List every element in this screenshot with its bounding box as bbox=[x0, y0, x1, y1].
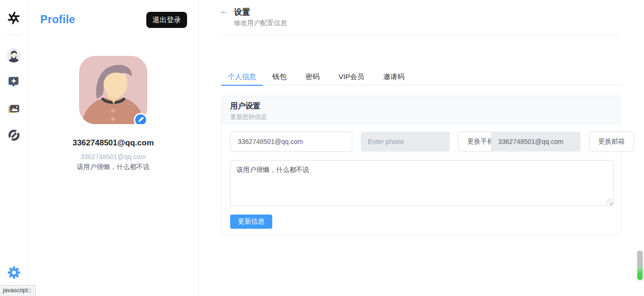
edit-pencil-icon bbox=[134, 114, 147, 124]
user-avatar[interactable] bbox=[79, 56, 147, 124]
profile-email-primary: 3362748501@qq.com bbox=[28, 138, 198, 148]
account-fields-row: 更换手机 更换邮箱 bbox=[222, 132, 621, 152]
icon-rail bbox=[0, 0, 28, 296]
tab-wallet[interactable]: 钱包 bbox=[263, 69, 296, 85]
header-divider bbox=[221, 35, 621, 35]
back-arrow-icon[interactable]: ← bbox=[220, 7, 228, 15]
sparkle-badge-icon[interactable] bbox=[6, 74, 21, 90]
card-title: 用户设置 bbox=[230, 101, 612, 111]
openai-logo-icon[interactable] bbox=[5, 9, 22, 27]
gallery-icon[interactable] bbox=[6, 101, 21, 116]
profile-bio: 该用户很懒，什么都不说 bbox=[28, 163, 198, 171]
bio-textarea[interactable]: 该用户很懒，什么都不说 bbox=[230, 160, 614, 206]
tab-password[interactable]: 密码 bbox=[296, 69, 329, 85]
compass-icon[interactable] bbox=[6, 127, 21, 143]
logout-button[interactable]: 退出登录 bbox=[146, 12, 187, 28]
email-input[interactable] bbox=[230, 132, 352, 152]
profile-panel: Profile 退出登录 bbox=[28, 0, 199, 296]
tab-personal-info[interactable]: 个人信息 bbox=[221, 69, 263, 85]
settings-tabs: 个人信息 钱包 密码 VIP会员 邀请码 bbox=[221, 69, 621, 85]
update-info-button[interactable]: 更新信息 bbox=[230, 215, 272, 229]
settings-title: 设置 bbox=[234, 7, 250, 18]
profile-email-secondary: 3362748501@qq.com bbox=[28, 153, 198, 161]
phone-input bbox=[361, 132, 450, 152]
app-root: Profile 退出登录 bbox=[0, 0, 644, 296]
settings-subtitle: 修改用户配置信息 bbox=[234, 19, 287, 27]
card-subtitle: 更新您的信息 bbox=[230, 113, 612, 121]
card-header: 用户设置 更新您的信息 bbox=[222, 96, 621, 124]
change-email-button[interactable]: 更换邮箱 bbox=[589, 132, 634, 152]
profile-title: Profile bbox=[40, 13, 75, 26]
status-link-preview: javascript:; bbox=[0, 285, 36, 296]
tab-vip[interactable]: VIP会员 bbox=[329, 69, 374, 85]
gear-icon[interactable] bbox=[6, 265, 21, 280]
tab-invite-code[interactable]: 邀请码 bbox=[374, 69, 414, 85]
user-settings-card: 用户设置 更新您的信息 更换手机 更换邮箱 该用户很懒，什么都不说 更新信息 bbox=[221, 96, 621, 235]
card-body: 更换手机 更换邮箱 该用户很懒，什么都不说 更新信息 bbox=[222, 124, 621, 235]
rail-divider bbox=[7, 35, 21, 36]
scrollbar-thumb[interactable] bbox=[637, 251, 643, 280]
settings-main: ← 设置 修改用户配置信息 个人信息 钱包 密码 VIP会员 邀请码 用户设置 … bbox=[199, 0, 644, 296]
user-avatar-icon[interactable] bbox=[6, 48, 21, 63]
email-readonly-input bbox=[491, 132, 581, 152]
